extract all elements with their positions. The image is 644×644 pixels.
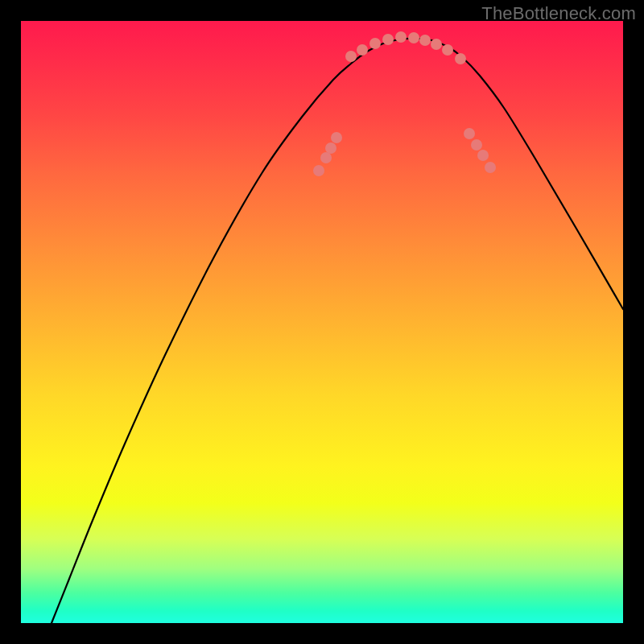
marker-dot: [485, 162, 496, 173]
marker-dot: [369, 38, 381, 49]
marker-dot: [431, 39, 442, 50]
plot-svg: [21, 21, 623, 623]
marker-dot: [442, 44, 453, 56]
marker-dot: [320, 152, 332, 163]
gradient-plot-area: [21, 21, 623, 623]
marker-dot: [464, 128, 475, 139]
marker-dot: [477, 150, 489, 161]
marker-dot: [331, 132, 342, 143]
marker-dot: [408, 32, 419, 43]
marker-dot: [471, 139, 482, 151]
chart-stage: TheBottleneck.com: [0, 0, 644, 644]
marker-dot: [455, 53, 466, 64]
bottleneck-curve: [52, 39, 623, 623]
marker-group: [313, 31, 496, 176]
marker-dot: [325, 142, 336, 154]
marker-dot: [395, 31, 407, 43]
marker-dot: [382, 34, 394, 45]
marker-dot: [419, 35, 431, 46]
marker-dot: [345, 51, 357, 62]
marker-dot: [357, 44, 368, 56]
marker-dot: [313, 165, 324, 176]
